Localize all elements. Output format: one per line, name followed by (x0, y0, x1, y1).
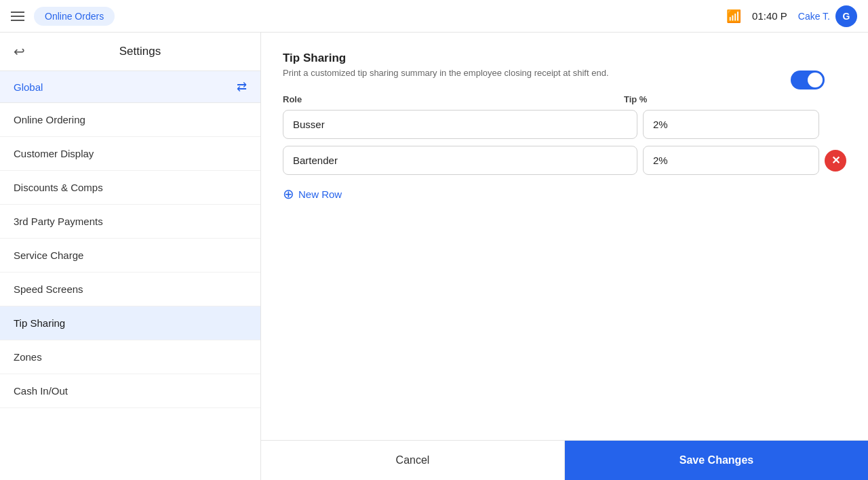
time-display: 01:40 P (752, 10, 787, 22)
sidebar-item-tip-sharing[interactable]: Tip Sharing (0, 306, 260, 340)
user-badge[interactable]: Cake T. G (798, 5, 857, 27)
content-body: Tip Sharing Print a customized tip shari… (261, 33, 868, 440)
hamburger-icon[interactable] (11, 12, 24, 21)
sidebar-item-cash-in-out[interactable]: Cash In/Out (0, 374, 260, 408)
shuffle-icon[interactable]: ⇄ (237, 79, 247, 94)
sidebar-item-3rd-party-payments[interactable]: 3rd Party Payments (0, 205, 260, 239)
avatar: G (835, 5, 857, 27)
plus-circle-icon: ⊕ (283, 187, 294, 201)
sidebar-item-zones[interactable]: Zones (0, 340, 260, 374)
wifi-icon: 📶 (726, 9, 741, 24)
sidebar-item-customer-display[interactable]: Customer Display (0, 137, 260, 171)
footer: Cancel Save Changes (261, 440, 868, 480)
section-title: Tip Sharing (283, 52, 846, 65)
main-layout: ↩ Settings Global ⇄ Online Ordering Cust… (0, 33, 868, 480)
role-input-busser[interactable] (283, 110, 637, 139)
delete-row-button[interactable]: ✕ (825, 150, 846, 172)
global-label: Global (14, 81, 43, 93)
role-column-header: Role (283, 94, 618, 104)
topbar-right: 📶 01:40 P Cake T. G (726, 5, 857, 27)
topbar: Online Orders 📶 01:40 P Cake T. G (0, 0, 868, 33)
new-row-button[interactable]: ⊕ New Row (283, 182, 342, 206)
tip-column-header: Tip % (624, 94, 814, 104)
tip-input-bartender[interactable] (643, 146, 819, 175)
sidebar-item-online-ordering[interactable]: Online Ordering (0, 103, 260, 137)
sidebar-header: ↩ Settings (0, 33, 260, 71)
sidebar-item-discounts-comps[interactable]: Discounts & Comps (0, 171, 260, 205)
table-row: ✕ (283, 146, 846, 175)
section-desc: Print a customized tip sharing summary i… (283, 68, 846, 78)
table-row (283, 110, 846, 139)
online-orders-button[interactable]: Online Orders (34, 7, 115, 26)
role-input-bartender[interactable] (283, 146, 637, 175)
new-row-label: New Row (298, 188, 342, 200)
back-icon[interactable]: ↩ (14, 43, 25, 60)
cancel-button[interactable]: Cancel (261, 441, 565, 480)
table-header: Role Tip % (283, 94, 846, 104)
toggle-slider (791, 71, 825, 89)
save-button[interactable]: Save Changes (565, 441, 868, 480)
global-row[interactable]: Global ⇄ (0, 71, 260, 103)
sidebar-item-service-charge[interactable]: Service Charge (0, 239, 260, 273)
sidebar-title: Settings (33, 45, 247, 58)
tip-sharing-toggle[interactable] (791, 71, 825, 89)
sidebar-item-speed-screens[interactable]: Speed Screens (0, 273, 260, 306)
user-name: Cake T. (798, 11, 830, 22)
topbar-left: Online Orders (11, 7, 115, 26)
content: Tip Sharing Print a customized tip shari… (261, 33, 868, 480)
sidebar: ↩ Settings Global ⇄ Online Ordering Cust… (0, 33, 261, 480)
tip-input-busser[interactable] (643, 110, 819, 139)
section-header: Tip Sharing Print a customized tip shari… (283, 52, 846, 78)
